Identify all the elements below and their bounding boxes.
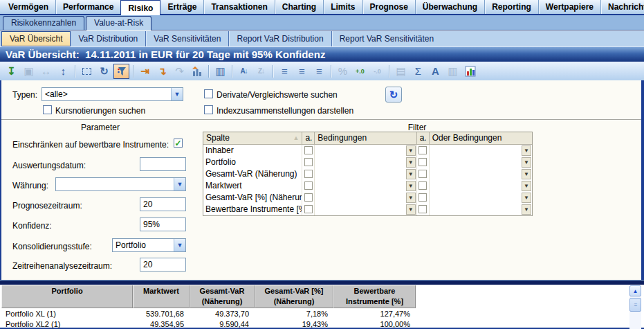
zeitreihenanalysezeitraum-input[interactable] bbox=[140, 258, 186, 272]
vertical-scrollbar[interactable]: ▲ ≡ bbox=[629, 285, 641, 329]
new-window-icon[interactable] bbox=[79, 64, 95, 79]
filter-header-a1[interactable]: a. bbox=[302, 132, 315, 144]
tab-report-var-distribution[interactable]: Report VaR Distribution bbox=[228, 31, 331, 46]
filter-and-checkbox[interactable] bbox=[304, 193, 313, 202]
tab-risikokennzahlen[interactable]: Risikokennzahlen bbox=[3, 16, 84, 30]
drilldown-chart-icon[interactable] bbox=[189, 64, 205, 79]
chevron-down-icon[interactable]: ▼ bbox=[522, 169, 531, 179]
results-header-0[interactable]: Portfolio bbox=[1, 285, 133, 308]
filter-oder-select[interactable]: ▼ bbox=[430, 169, 531, 179]
filter-oder-select[interactable]: ▼ bbox=[430, 145, 531, 156]
add-decimal-icon[interactable]: +.0 bbox=[352, 64, 368, 79]
refresh-button[interactable]: ↻ bbox=[385, 87, 402, 103]
chevron-down-icon[interactable]: ▼ bbox=[406, 193, 416, 203]
key-columns-icon[interactable]: ▤ bbox=[393, 64, 409, 79]
chevron-down-icon[interactable]: ▼ bbox=[174, 178, 185, 190]
menu-item-ertr-ge[interactable]: Erträge bbox=[160, 0, 203, 14]
percent-icon[interactable]: % bbox=[335, 64, 351, 79]
auswertungsdatum-input[interactable] bbox=[140, 157, 186, 171]
chevron-down-icon[interactable]: ▼ bbox=[406, 145, 416, 156]
filter-or-checkbox[interactable] bbox=[418, 158, 427, 166]
tab-report-var-sensitivit-ten[interactable]: Report VaR Sensitivitäten bbox=[331, 31, 442, 46]
menu-item-reporting[interactable]: Reporting bbox=[484, 0, 538, 14]
results-header-2[interactable]: Gesamt-VaR (Näherung) bbox=[190, 285, 255, 308]
filter-icon[interactable] bbox=[113, 64, 129, 79]
align-right-icon[interactable]: ≡ bbox=[311, 64, 327, 79]
scroll-up-button[interactable]: ▲ bbox=[629, 285, 641, 296]
insert-column-icon[interactable]: ⇥ bbox=[137, 64, 153, 79]
prognosezeitraum-input[interactable] bbox=[140, 197, 186, 211]
filter-oder-select[interactable]: ▼ bbox=[430, 193, 531, 203]
chart-icon[interactable] bbox=[462, 64, 478, 79]
tab-var-bersicht[interactable]: VaR Übersicht bbox=[1, 31, 71, 46]
menu-item-risiko[interactable]: Risiko bbox=[120, 0, 160, 15]
konsolidierungsstufe-select[interactable]: Portfolio ▼ bbox=[112, 238, 186, 252]
results-header-4[interactable]: Bewertbare Instrumente [%] bbox=[333, 285, 416, 308]
align-center-icon[interactable]: ≡ bbox=[294, 64, 310, 79]
refresh-icon[interactable]: ↻ bbox=[96, 64, 112, 79]
konfidenz-input[interactable] bbox=[140, 217, 186, 231]
menu-item--berwachung[interactable]: Überwachung bbox=[415, 0, 484, 14]
fit-height-icon[interactable]: ↕ bbox=[55, 64, 71, 79]
mark-column-icon[interactable]: ▥ bbox=[212, 64, 228, 79]
filter-or-checkbox[interactable] bbox=[418, 205, 427, 213]
filter-header-bedingungen[interactable]: Bedingungen bbox=[315, 132, 416, 144]
chevron-down-icon[interactable]: ▼ bbox=[406, 169, 416, 179]
waehrung-select[interactable]: ▼ bbox=[55, 177, 186, 191]
filter-bedingungen-select[interactable]: ▼ bbox=[315, 157, 415, 168]
filter-bedingungen-select[interactable]: ▼ bbox=[315, 169, 415, 179]
filter-header-oder-bedingungen[interactable]: Oder Bedingungen bbox=[430, 132, 532, 144]
chevron-down-icon[interactable]: ▼ bbox=[406, 204, 416, 215]
kursnotierungen-checkbox[interactable] bbox=[43, 105, 52, 114]
filter-and-checkbox[interactable] bbox=[304, 170, 313, 178]
fit-width-icon[interactable]: ↔ bbox=[38, 64, 54, 79]
filter-or-checkbox[interactable] bbox=[418, 170, 427, 178]
filter-bedingungen-select[interactable]: ▼ bbox=[315, 145, 415, 156]
derivate-checkbox[interactable] bbox=[204, 89, 213, 98]
menu-item-transaktionen[interactable]: Transaktionen bbox=[203, 0, 274, 14]
filter-bedingungen-select[interactable]: ▼ bbox=[315, 193, 415, 203]
filter-header-a2[interactable]: a. bbox=[417, 132, 430, 144]
results-header-1[interactable]: Marktwert bbox=[133, 285, 190, 308]
font-icon[interactable]: A bbox=[427, 64, 443, 79]
filter-or-checkbox[interactable] bbox=[418, 181, 427, 190]
tab-value-at-risk[interactable]: Value-at-Risk bbox=[86, 16, 151, 30]
tab-var-sensitivit-ten[interactable]: VaR Sensitivitäten bbox=[145, 31, 228, 46]
chevron-down-icon[interactable]: ▼ bbox=[174, 239, 185, 251]
chevron-down-icon[interactable]: ▼ bbox=[522, 181, 531, 191]
scrollbar-thumb[interactable]: ≡ bbox=[629, 298, 641, 312]
table-row[interactable]: Portfolio XL2 (1)49.354,959.590,4419,43%… bbox=[1, 319, 416, 329]
chevron-down-icon[interactable]: ▼ bbox=[171, 88, 183, 100]
sort-asc-icon[interactable]: A↓ bbox=[236, 64, 252, 79]
chevron-down-icon[interactable]: ▼ bbox=[406, 157, 416, 168]
typen-select[interactable]: <alle> ▼ bbox=[42, 87, 183, 101]
menu-item-wertpapiere[interactable]: Wertpapiere bbox=[538, 0, 600, 14]
filter-or-checkbox[interactable] bbox=[418, 146, 427, 154]
filter-and-checkbox[interactable] bbox=[304, 205, 313, 213]
results-header-3[interactable]: Gesamt-VaR [%] (Näherung) bbox=[255, 285, 333, 308]
filter-oder-select[interactable]: ▼ bbox=[430, 181, 531, 191]
chevron-down-icon[interactable]: ▼ bbox=[406, 181, 416, 191]
chevron-down-icon[interactable]: ▼ bbox=[522, 157, 531, 168]
align-left-icon[interactable]: ≡ bbox=[277, 64, 293, 79]
tab-var-distribution[interactable]: VaR Distribution bbox=[71, 31, 145, 46]
menu-item-charting[interactable]: Charting bbox=[275, 0, 323, 14]
filter-and-checkbox[interactable] bbox=[304, 181, 313, 190]
table-row[interactable]: Portfolio XL (1)539.701,6849.373,707,18%… bbox=[1, 309, 416, 319]
chevron-down-icon[interactable]: ▼ bbox=[522, 145, 531, 156]
filter-oder-select[interactable]: ▼ bbox=[430, 157, 531, 168]
menu-item-performance[interactable]: Performance bbox=[55, 0, 120, 14]
undo-icon[interactable]: ↷ bbox=[172, 64, 187, 79]
menu-item-verm-gen[interactable]: Vermögen bbox=[1, 0, 55, 14]
filter-oder-select[interactable]: ▼ bbox=[430, 204, 531, 215]
index-checkbox[interactable] bbox=[204, 105, 213, 114]
chevron-down-icon[interactable]: ▼ bbox=[522, 193, 531, 203]
filter-and-checkbox[interactable] bbox=[304, 158, 313, 166]
copy-view-icon[interactable]: ▣ bbox=[21, 64, 37, 79]
remove-decimal-icon[interactable]: -.0 bbox=[369, 64, 385, 79]
sort-desc-icon[interactable]: Z↓ bbox=[253, 64, 269, 79]
filter-header-spalte[interactable]: Spalte▲ bbox=[203, 132, 302, 144]
insert-row-icon[interactable]: ↴ bbox=[154, 64, 170, 79]
filter-and-checkbox[interactable] bbox=[304, 146, 313, 154]
export-icon[interactable]: ↧ bbox=[3, 64, 19, 79]
